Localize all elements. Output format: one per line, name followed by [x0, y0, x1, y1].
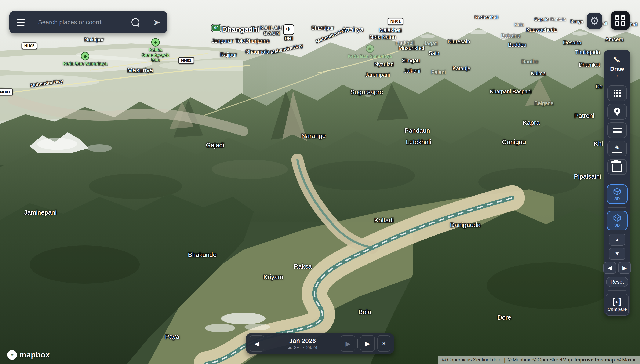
pin-icon	[614, 108, 620, 114]
search-input[interactable]	[38, 18, 119, 26]
attr-osm-link[interactable]: © OpenStreetMap	[533, 357, 572, 363]
map-label: Ganigau	[502, 138, 526, 146]
attr-improve-link[interactable]: Improve this map	[574, 357, 614, 363]
prev-icon: ◀	[254, 340, 259, 347]
divider	[608, 290, 626, 290]
pan-up-button[interactable]: ▲	[609, 234, 626, 246]
map-label: Belgada	[534, 100, 554, 106]
play-button[interactable]: ▶	[340, 335, 355, 352]
map-label: ♣Keda Ban Samudaya	[63, 52, 107, 66]
delete-tool-button[interactable]	[608, 159, 627, 175]
tree-icon: ♣	[366, 44, 374, 53]
map-label: Jarempani	[365, 72, 390, 78]
draw-pencil-icon: ✎	[613, 54, 621, 65]
search-icon	[132, 18, 140, 26]
left-icon: ◀	[608, 265, 612, 271]
divider	[608, 207, 626, 208]
prev-month-button[interactable]: ◀	[250, 335, 264, 352]
map-label: ♣KalikaSamudyayekBan	[142, 38, 169, 62]
map-label: Masurikhet	[398, 45, 424, 51]
right-icon: ▶	[622, 265, 627, 271]
mapbox-logo[interactable]: ✦ mapbox	[7, 350, 50, 360]
map-label: Kapra	[523, 119, 540, 126]
grid-tool-button[interactable]	[608, 86, 627, 101]
grid9-icon	[614, 90, 621, 97]
map-label: Nachanthali	[475, 14, 498, 20]
buildings-3d-button[interactable]: 3D	[607, 211, 628, 230]
compare-button[interactable]: [▸] Compare	[606, 294, 629, 316]
search-button[interactable]	[125, 11, 146, 34]
grid-icon	[615, 16, 626, 26]
edit-tool-button[interactable]: ✎	[608, 141, 627, 156]
map-label: Simgau	[402, 58, 420, 64]
map-label: Rajipur	[220, 52, 237, 58]
menu-button[interactable]	[9, 11, 32, 34]
pan-down-button[interactable]: ▼	[609, 248, 626, 260]
cloud-percent: 3%	[294, 345, 300, 350]
map-label: Sugursapre	[350, 88, 383, 96]
map-label: ✈DHI	[283, 24, 294, 42]
map-label: Pipalsaini	[574, 173, 601, 180]
timeline-date: Jan 2026	[289, 337, 316, 344]
down-icon: ▼	[614, 250, 620, 257]
map-label: Amsera	[605, 36, 624, 42]
marker-tool-button[interactable]	[608, 104, 627, 120]
pan-left-button[interactable]: ◀	[604, 262, 616, 274]
map-label: Niuresain	[448, 38, 470, 44]
close-timeline-button[interactable]: ×	[377, 335, 390, 352]
map-label: Dauthe	[522, 58, 538, 64]
terrain-3d-button[interactable]: 3D	[607, 184, 628, 204]
map-label: Paya	[165, 333, 179, 340]
next-icon: ▶	[365, 340, 370, 347]
map-label: Katauje	[452, 66, 470, 71]
tree-icon: ♣	[81, 52, 89, 60]
app-root: { "search": { "placeholder": "Search pla…	[0, 0, 640, 364]
map-label: Narange	[302, 132, 326, 140]
send-icon: ➤	[153, 17, 160, 27]
map-label: ali	[602, 21, 607, 26]
collapse-chevron[interactable]: ‹	[616, 72, 618, 79]
divider	[608, 82, 626, 82]
search-bar: ➤	[9, 11, 167, 34]
mapbox-logo-icon: ✦	[7, 350, 17, 360]
map-labels: NH05NH01NH01NH0190Mahendra HwyMahendra H…	[0, 0, 640, 364]
map-label: Rantola	[550, 17, 566, 22]
map-label: Chaumala	[245, 49, 270, 54]
map-label: Khi	[594, 140, 603, 148]
map-label: Dhurjanna	[245, 38, 270, 44]
map-label: Buddeu	[508, 42, 526, 48]
map-label: Neta Katan	[370, 34, 396, 40]
map-label: ♣Keda Ban Samudaya	[348, 44, 392, 59]
map-label: Patreni	[574, 112, 594, 119]
settings-button[interactable]: ⚙	[587, 13, 602, 29]
threed-label: 3D	[614, 196, 620, 201]
map-label: Kulma	[531, 70, 546, 76]
map-label: Raksa	[294, 263, 312, 270]
pan-right-button[interactable]: ▶	[618, 262, 631, 274]
threed-label: 3D	[614, 223, 620, 228]
attr-sep: |	[504, 357, 505, 363]
attribution-bar: © Copernicus Sentinel data | © Mapbox © …	[438, 356, 640, 364]
map-label: Malakheti	[379, 27, 402, 33]
map-label: Jagati	[424, 40, 438, 46]
map-label: Babaina	[501, 33, 520, 39]
map-label: De	[596, 84, 602, 90]
send-button[interactable]: ➤	[146, 11, 167, 34]
next-month-button[interactable]: ▶	[360, 335, 375, 352]
play-icon: ▶	[346, 340, 350, 347]
apps-button[interactable]	[611, 11, 630, 30]
trash-icon	[612, 164, 622, 172]
map-label: Kriyam	[264, 274, 283, 280]
attr-maxar-link[interactable]: © Maxar	[617, 357, 636, 363]
timeline-info: Jan 2026 ☁ 3% • 24/24	[264, 337, 340, 350]
reset-button[interactable]: Reset	[606, 277, 628, 287]
map-label: Jaminepani	[24, 209, 56, 216]
map-label: Nyaulad	[374, 61, 394, 67]
attr-mapbox-link[interactable]: © Mapbox	[508, 357, 530, 363]
line-tool-button[interactable]	[608, 122, 627, 138]
edit-icon: ✎	[612, 144, 622, 153]
map-label: Dhangadhi	[222, 25, 259, 33]
map-label: NH01	[0, 89, 13, 96]
frame-count: 24/24	[306, 345, 318, 350]
map-label: Dore	[497, 314, 511, 321]
